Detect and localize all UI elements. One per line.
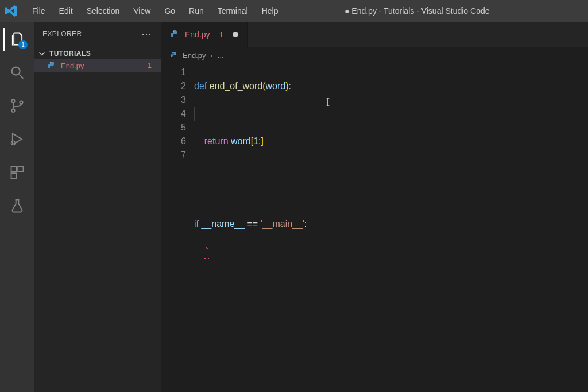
activity-explorer[interactable]: 1 bbox=[3, 28, 31, 51]
svg-line-1 bbox=[20, 75, 24, 79]
tab-filename: End.py bbox=[185, 30, 210, 39]
activity-run-debug[interactable] bbox=[3, 128, 31, 151]
search-icon bbox=[9, 64, 25, 80]
svg-point-2 bbox=[11, 99, 14, 102]
breadcrumb-file: End.py bbox=[183, 51, 206, 60]
code-editor[interactable]: 1 2 3 4 5 6 7 def end_of_word(word): ret… bbox=[161, 63, 588, 392]
menu-bar: File Edit Selection View Go Run Terminal… bbox=[25, 4, 285, 18]
line-number: 6 bbox=[161, 134, 186, 148]
code-line[interactable] bbox=[194, 190, 588, 203]
menu-view[interactable]: View bbox=[126, 4, 157, 18]
python-file-icon bbox=[170, 51, 178, 59]
sidebar-section: TUTORIALS End.py 1 bbox=[34, 46, 161, 75]
activity-testing[interactable] bbox=[3, 194, 31, 217]
code-line[interactable]: if __name__ == '__main__': bbox=[194, 217, 588, 231]
extensions-icon bbox=[9, 164, 25, 180]
menu-file[interactable]: File bbox=[25, 4, 52, 18]
beaker-icon bbox=[9, 198, 25, 214]
svg-point-9 bbox=[50, 62, 51, 63]
line-number-gutter: 1 2 3 4 5 6 7 bbox=[161, 63, 194, 392]
sidebar-header: EXPLORER ⋯ bbox=[34, 22, 161, 46]
tab-problem-count: 1 bbox=[219, 30, 223, 39]
tab-dirty-dot-icon[interactable] bbox=[233, 32, 238, 37]
play-bug-icon bbox=[9, 131, 25, 147]
svg-rect-6 bbox=[11, 167, 17, 172]
menu-terminal[interactable]: Terminal bbox=[211, 4, 255, 18]
svg-point-4 bbox=[20, 101, 22, 103]
activity-bar: 1 bbox=[0, 22, 34, 392]
file-name: End.py bbox=[61, 62, 143, 70]
error-squiggle: ˄ bbox=[204, 245, 209, 259]
line-number: 2 bbox=[161, 79, 186, 93]
activity-extensions[interactable] bbox=[3, 161, 31, 184]
file-item[interactable]: End.py 1 bbox=[34, 59, 161, 72]
svg-point-10 bbox=[173, 31, 174, 32]
svg-rect-8 bbox=[11, 173, 17, 178]
code-line[interactable]: def end_of_word(word): bbox=[194, 79, 588, 93]
folder-name: TUTORIALS bbox=[49, 49, 91, 57]
workbench-body: 1 EXPLORER ⋯ bbox=[0, 22, 588, 392]
chevron-down-icon bbox=[38, 49, 46, 57]
editor-group: End.py 1 End.py › ... 1 2 3 4 bbox=[161, 22, 588, 392]
sidebar-more-icon[interactable]: ⋯ bbox=[141, 28, 153, 40]
breadcrumb[interactable]: End.py › ... bbox=[161, 47, 588, 63]
code-line[interactable]: return word[1:] bbox=[194, 134, 588, 148]
branch-icon bbox=[9, 98, 25, 114]
line-number: 3 bbox=[161, 93, 186, 107]
folder-header[interactable]: TUTORIALS bbox=[34, 48, 161, 59]
activity-search[interactable] bbox=[3, 61, 31, 84]
tab[interactable]: End.py 1 bbox=[161, 22, 248, 47]
vscode-logo-icon bbox=[5, 4, 18, 18]
line-number: 5 bbox=[161, 121, 186, 134]
app-root: File Edit Selection View Go Run Terminal… bbox=[0, 0, 588, 392]
breadcrumb-sep-icon: › bbox=[210, 51, 212, 60]
python-file-icon bbox=[47, 61, 56, 70]
svg-point-3 bbox=[11, 109, 14, 112]
window-title: ● End.py - Tutorials - Visual Studio Cod… bbox=[285, 6, 549, 16]
line-number: 4 bbox=[161, 107, 186, 121]
breadcrumb-more: ... bbox=[218, 51, 224, 60]
tab-bar: End.py 1 bbox=[161, 22, 588, 47]
code-line[interactable] bbox=[194, 107, 588, 121]
sidebar-title: EXPLORER bbox=[42, 30, 82, 38]
sidebar-explorer: EXPLORER ⋯ TUTORIALS End.py 1 bbox=[34, 22, 161, 392]
menu-go[interactable]: Go bbox=[157, 4, 182, 18]
svg-rect-7 bbox=[18, 167, 23, 172]
line-number: 7 bbox=[161, 148, 186, 162]
svg-point-11 bbox=[173, 52, 173, 53]
line-number: 1 bbox=[161, 66, 186, 79]
code-line[interactable] bbox=[194, 162, 588, 176]
text-cursor-icon: I bbox=[326, 95, 330, 109]
file-problem-count: 1 bbox=[148, 62, 155, 70]
python-file-icon bbox=[170, 30, 179, 39]
code-lines[interactable]: def end_of_word(word): return word[1:] i… bbox=[194, 63, 588, 392]
explorer-badge: 1 bbox=[18, 40, 28, 49]
title-bar: File Edit Selection View Go Run Terminal… bbox=[0, 0, 588, 22]
menu-run[interactable]: Run bbox=[182, 4, 211, 18]
menu-selection[interactable]: Selection bbox=[80, 4, 127, 18]
svg-point-0 bbox=[12, 67, 20, 75]
menu-edit[interactable]: Edit bbox=[52, 4, 80, 18]
menu-help[interactable]: Help bbox=[255, 4, 285, 18]
code-line[interactable]: ˄ bbox=[194, 245, 588, 259]
activity-source-control[interactable] bbox=[3, 94, 31, 117]
